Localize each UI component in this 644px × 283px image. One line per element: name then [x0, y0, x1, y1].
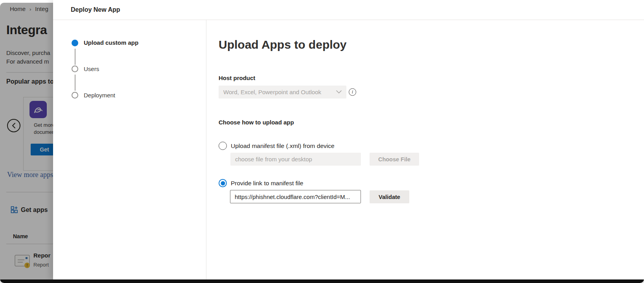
chevron-left-icon: [11, 122, 17, 129]
view-more-apps-link[interactable]: View more apps: [7, 171, 53, 179]
content-heading: Upload Apps to deploy: [219, 38, 347, 51]
table-row-title: Repor: [33, 252, 50, 259]
page-description-line1: Discover, purcha: [6, 49, 50, 56]
screen: Home›Integ Integra Discover, purcha For …: [0, 0, 644, 283]
app-card-text-line1: Get more: [34, 122, 53, 128]
step-label-deployment[interactable]: Deployment: [84, 92, 115, 99]
stepper-connector-line: [75, 49, 75, 65]
stepper-connector-line: [75, 75, 75, 91]
page-description-line2: For advanced m: [6, 58, 49, 65]
upload-manifest-file-label: Upload manifest file (.xml) from device: [231, 142, 335, 150]
step-label-upload-custom-app[interactable]: Upload custom app: [84, 39, 138, 46]
choose-file-button[interactable]: Choose File: [370, 153, 419, 166]
provide-link-radio[interactable]: Provide link to manifest file: [219, 179, 303, 187]
divider: [6, 72, 53, 73]
svg-text:!: !: [26, 263, 28, 268]
adobe-acrobat-icon: [29, 101, 47, 118]
panel-title: Deploy New App: [71, 6, 120, 13]
app-card-adobe-acrobat[interactable]: Get more documen Get: [23, 97, 53, 171]
get-apps-button[interactable]: Get apps: [11, 206, 48, 214]
host-product-dropdown-value: Word, Excel, Powerpoint and Outlook: [223, 89, 336, 95]
breadcrumb-chevron-icon: ›: [29, 6, 31, 12]
deploy-new-app-panel: Deploy New App Upload custom app Users D…: [53, 0, 644, 279]
breadcrumb-current[interactable]: Integ: [35, 5, 48, 12]
get-apps-label: Get apps: [21, 206, 48, 214]
adobe-acrobat-glyph: [32, 104, 44, 115]
app-card-text-line2: documen: [34, 129, 53, 135]
get-button[interactable]: Get: [31, 144, 53, 155]
breadcrumb-home-link[interactable]: Home: [10, 5, 26, 12]
radio-circle[interactable]: [219, 142, 227, 150]
name-column-header[interactable]: Name: [13, 233, 28, 239]
radio-circle[interactable]: [219, 179, 227, 187]
divider: [6, 192, 53, 192]
page-title: Integra: [6, 23, 47, 37]
manifest-link-input[interactable]: [230, 190, 361, 203]
table-row[interactable]: ! Repor Report: [0, 250, 53, 273]
divider: [6, 244, 53, 244]
host-product-label: Host product: [219, 75, 255, 81]
popular-apps-heading: Popular apps to: [6, 78, 53, 85]
get-apps-icon: [11, 206, 18, 214]
info-icon[interactable]: i: [349, 88, 356, 96]
upload-manifest-file-radio[interactable]: Upload manifest file (.xml) from device: [219, 142, 335, 150]
background-page: Home›Integ Integra Discover, purcha For …: [0, 0, 53, 279]
carousel-previous-button[interactable]: [7, 119, 20, 132]
step-indicator-users[interactable]: [72, 66, 78, 72]
host-product-dropdown[interactable]: Word, Excel, Powerpoint and Outlook: [219, 86, 346, 99]
provide-link-label: Provide link to manifest file: [231, 180, 303, 187]
manifest-file-input[interactable]: [230, 153, 361, 166]
breadcrumb: Home›Integ: [10, 5, 48, 12]
choose-upload-label: Choose how to upload app: [219, 119, 294, 126]
step-indicator-upload-custom-app[interactable]: [72, 40, 78, 46]
report-message-icon: !: [14, 254, 31, 269]
panel-header-divider: [53, 20, 644, 20]
window-bottom-edge: [0, 279, 644, 283]
table-row-subtitle: Report: [33, 262, 49, 268]
chevron-down-icon: [336, 90, 342, 94]
validate-button[interactable]: Validate: [370, 190, 409, 203]
step-indicator-deployment[interactable]: [72, 92, 78, 99]
stepper-content-divider: [206, 20, 206, 279]
step-label-users[interactable]: Users: [84, 66, 99, 72]
